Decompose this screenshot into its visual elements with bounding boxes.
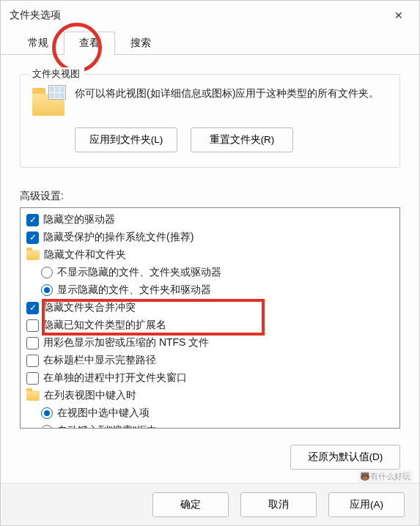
tree-item-separate-process[interactable]: 在单独的进程中打开文件夹窗口: [23, 369, 399, 387]
checkbox-icon[interactable]: [26, 214, 39, 226]
tree-item-label: 用彩色显示加密或压缩的 NTFS 文件: [43, 336, 209, 349]
folder-icon: [32, 86, 65, 116]
tree-item-label: 在列表视图中键入时: [44, 389, 136, 402]
radio-icon[interactable]: [41, 407, 53, 419]
advanced-settings-tree[interactable]: 隐藏空的驱动器 隐藏受保护的操作系统文件(推荐) 隐藏文件和文件夹 不显示隐藏的…: [20, 207, 400, 429]
tree-folder-list-typing[interactable]: 在列表视图中键入时: [23, 387, 399, 404]
tree-item-label: 隐藏受保护的操作系统文件(推荐): [43, 231, 194, 244]
tree-item-label: 不显示隐藏的文件、文件夹或驱动器: [57, 266, 221, 279]
tree-radio-auto-search[interactable]: 自动键入到"搜索"框中: [23, 422, 399, 429]
tree-item-label: 在标题栏中显示完整路径: [43, 354, 156, 367]
checkbox-icon[interactable]: [26, 302, 39, 314]
tree-item-label: 在单独的进程中打开文件夹窗口: [43, 371, 187, 385]
checkbox-icon[interactable]: [26, 231, 39, 244]
advanced-settings-label: 高级设置:: [20, 190, 400, 203]
watermark: 🐻有什么好玩: [357, 470, 413, 483]
reset-folders-button[interactable]: 重置文件夹(R): [191, 127, 293, 152]
tab-bar: 常规 查看 搜索: [1, 30, 419, 55]
tree-item-label: 在视图中选中键入项: [57, 407, 150, 420]
folder-icon: [26, 250, 40, 260]
tree-item-label: 隐藏文件和文件夹: [44, 248, 126, 262]
radio-icon[interactable]: [41, 425, 53, 429]
tree-item-label: 自动键入到"搜索"框中: [57, 424, 157, 429]
window-title: 文件夹选项: [10, 9, 61, 22]
dialog-footer: 确定 取消 应用(A): [1, 483, 419, 525]
tree-item-label: 隐藏已知文件类型的扩展名: [43, 319, 166, 332]
checkbox-icon[interactable]: [26, 319, 39, 332]
tab-search[interactable]: 搜索: [115, 32, 166, 55]
radio-icon[interactable]: [41, 267, 53, 278]
restore-defaults-button[interactable]: 还原为默认值(D): [290, 445, 400, 470]
apply-to-folders-button[interactable]: 应用到文件夹(L): [75, 127, 177, 152]
tree-radio-show-hidden[interactable]: 显示隐藏的文件、文件夹和驱动器: [23, 281, 399, 299]
tab-view[interactable]: 查看: [64, 32, 115, 55]
tree-folder-hidden-files[interactable]: 隐藏文件和文件夹: [23, 246, 399, 264]
checkbox-icon[interactable]: [26, 355, 39, 367]
tree-item-label: 隐藏文件夹合并冲突: [43, 301, 136, 314]
tree-item-hide-protected-os[interactable]: 隐藏受保护的操作系统文件(推荐): [23, 229, 399, 246]
tree-item-hide-empty-drives[interactable]: 隐藏空的驱动器: [23, 211, 399, 229]
tree-item-label: 隐藏空的驱动器: [43, 213, 115, 226]
tree-radio-select-typed[interactable]: 在视图中选中键入项: [23, 404, 399, 422]
tree-item-label: 显示隐藏的文件、文件夹和驱动器: [57, 284, 211, 297]
group-description: 你可以将此视图(如详细信息或图标)应用于这种类型的所有文件夹。: [75, 85, 379, 101]
tab-general[interactable]: 常规: [12, 32, 64, 55]
folder-view-group: 文件夹视图 你可以将此视图(如详细信息或图标)应用于这种类型的所有文件夹。 应用…: [20, 74, 400, 168]
checkbox-icon[interactable]: [26, 337, 39, 349]
close-icon[interactable]: ✕: [387, 5, 410, 26]
cancel-button[interactable]: 取消: [240, 492, 317, 517]
radio-icon[interactable]: [41, 284, 53, 296]
ok-button[interactable]: 确定: [152, 492, 229, 517]
tree-item-full-path-title[interactable]: 在标题栏中显示完整路径: [23, 352, 399, 369]
folder-icon: [26, 390, 40, 401]
tree-item-color-ntfs[interactable]: 用彩色显示加密或压缩的 NTFS 文件: [23, 334, 399, 352]
group-label: 文件夹视图: [28, 67, 84, 81]
checkbox-icon[interactable]: [26, 372, 39, 385]
tree-item-hide-extensions[interactable]: 隐藏已知文件类型的扩展名: [23, 316, 399, 334]
tree-radio-no-show-hidden[interactable]: 不显示隐藏的文件、文件夹或驱动器: [23, 264, 399, 281]
apply-button[interactable]: 应用(A): [328, 492, 405, 517]
tree-item-hide-merge-conflict[interactable]: 隐藏文件夹合并冲突: [23, 299, 399, 316]
